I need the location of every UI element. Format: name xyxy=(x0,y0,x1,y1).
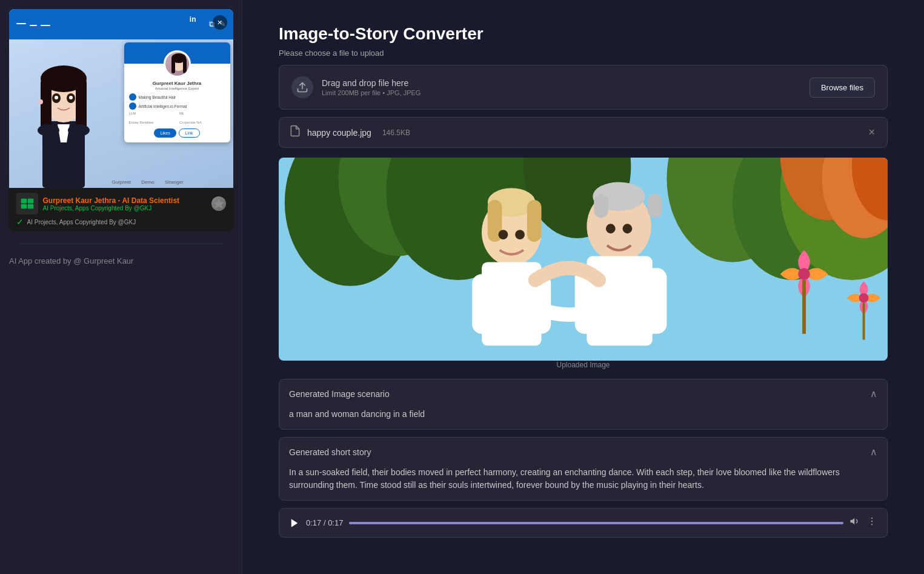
svg-rect-18 xyxy=(21,204,27,209)
copyright-text: AI Projects, Apps Copyrighted By @GKJ xyxy=(27,219,136,225)
file-info-left: happy couple.jpg 146.5KB xyxy=(289,125,410,140)
upload-text-block: Drag and drop file here Limit 200MB per … xyxy=(322,78,420,96)
profile-badge xyxy=(211,196,226,211)
linkedin-mini-card: Gurpreet Kaur Jethra Artuicial Intellige… xyxy=(124,42,230,142)
svg-rect-50 xyxy=(643,268,666,333)
sidebar-divider xyxy=(18,244,224,244)
story-chevron-icon: ∧ xyxy=(870,446,877,458)
svg-point-43 xyxy=(515,230,525,239)
upload-label: Please choose a file to upload xyxy=(279,48,888,58)
file-size: 146.5KB xyxy=(382,128,410,137)
linkedin-badge: in xyxy=(186,14,200,25)
scenario-header[interactable]: Generated Image scenario ∧ xyxy=(279,379,887,408)
svg-rect-17 xyxy=(21,199,27,203)
story-header[interactable]: Generated short story ∧ xyxy=(279,438,887,466)
upload-zone-left: Drag and drop file here Limit 200MB per … xyxy=(291,76,420,98)
profile-visual: ⧉ ✎ in xyxy=(9,9,233,188)
svg-rect-15 xyxy=(171,58,175,73)
svg-rect-16 xyxy=(183,58,187,73)
svg-point-9 xyxy=(69,96,73,99)
mini-card-name: Gurpreet Kaur Jethra xyxy=(124,81,230,86)
page-title: Image-to-Story Converter xyxy=(279,24,888,44)
svg-point-61 xyxy=(871,518,872,519)
svg-marker-59 xyxy=(291,519,298,527)
profile-footer-top: Gurpreet Kaur Jethra - AI Data Scientist… xyxy=(16,193,226,215)
svg-point-63 xyxy=(871,524,872,525)
svg-point-10 xyxy=(38,99,43,104)
svg-marker-21 xyxy=(213,198,225,209)
svg-rect-40 xyxy=(472,274,496,334)
volume-icon[interactable] xyxy=(849,516,860,530)
more-options-icon[interactable] xyxy=(866,516,877,530)
audio-player: 0:17 / 0:17 xyxy=(279,508,888,538)
remove-file-button[interactable]: × xyxy=(866,125,877,140)
uploaded-image-container xyxy=(279,158,888,361)
profile-card: × ⧉ ✎ in xyxy=(9,9,233,232)
character-figure xyxy=(15,36,112,188)
audio-time: 0:17 / 0:17 xyxy=(306,518,343,527)
svg-point-54 xyxy=(798,268,810,280)
profile-footer-icon xyxy=(16,193,38,215)
profile-footer-subtitle: AI Projects, Apps Copyrighted By @GKJ xyxy=(43,205,180,212)
browse-files-button[interactable]: Browse files xyxy=(809,78,875,98)
scenario-body: a man and woman dancing in a field xyxy=(279,408,887,429)
bottom-labels: Gurpreet Demo Stranger xyxy=(112,179,184,185)
likes-button[interactable]: Likes xyxy=(154,128,176,138)
svg-rect-38 xyxy=(527,200,542,242)
file-icon xyxy=(289,125,301,140)
drag-drop-text: Drag and drop file here xyxy=(322,78,420,88)
svg-point-11 xyxy=(38,124,59,136)
mini-card-title: Artuicial Intelligence Expert xyxy=(124,87,230,90)
main-content: Image-to-Story Converter Please choose a… xyxy=(242,0,924,574)
svg-rect-46 xyxy=(594,194,608,218)
image-caption: Uploaded Image xyxy=(279,361,888,369)
audio-progress-bar[interactable] xyxy=(349,522,843,524)
upload-icon xyxy=(291,76,313,98)
svg-rect-20 xyxy=(28,204,33,209)
svg-point-51 xyxy=(606,224,616,233)
svg-point-57 xyxy=(859,293,869,303)
scenario-section: Generated Image scenario ∧ a man and wom… xyxy=(279,379,888,430)
story-section: Generated short story ∧ In a sun-soaked … xyxy=(279,437,888,501)
check-icon: ✓ xyxy=(16,217,24,227)
file-limit-text: Limit 200MB per file • JPG, JPEG xyxy=(322,89,420,96)
svg-point-12 xyxy=(68,124,90,136)
link-button[interactable]: Link xyxy=(179,128,200,138)
scenario-chevron-icon: ∧ xyxy=(870,388,877,399)
audio-progress-fill xyxy=(349,522,843,524)
file-name: happy couple.jpg xyxy=(307,128,371,138)
close-button[interactable]: × xyxy=(213,15,227,30)
story-body: In a sun-soaked field, their bodies move… xyxy=(279,466,887,500)
creator-label: AI App created by @ Gurpreet Kaur xyxy=(0,256,242,265)
sidebar: × ⧉ ✎ in xyxy=(0,0,242,574)
svg-rect-47 xyxy=(648,194,662,218)
play-button[interactable] xyxy=(289,518,300,529)
profile-footer: Gurpreet Kaur Jethra - AI Data Scientist… xyxy=(9,188,233,232)
svg-marker-60 xyxy=(851,518,855,525)
profile-footer-text-block: Gurpreet Kaur Jethra - AI Data Scientist… xyxy=(43,196,180,212)
nav-icons xyxy=(16,23,50,26)
file-info-row: happy couple.jpg 146.5KB × xyxy=(279,117,888,148)
profile-copyright-row: ✓ AI Projects, Apps Copyrighted By @GKJ xyxy=(16,217,226,227)
svg-rect-5 xyxy=(76,78,87,132)
svg-point-52 xyxy=(623,224,633,233)
story-title: Generated short story xyxy=(289,447,371,457)
scenario-title: Generated Image scenario xyxy=(289,389,390,399)
svg-point-42 xyxy=(499,230,508,239)
svg-point-8 xyxy=(55,96,58,99)
profile-footer-name: Gurpreet Kaur Jethra - AI Data Scientist xyxy=(43,196,180,205)
upload-zone[interactable]: Drag and drop file here Limit 200MB per … xyxy=(279,65,888,110)
svg-point-62 xyxy=(871,521,872,522)
svg-rect-19 xyxy=(28,199,33,203)
svg-rect-4 xyxy=(41,78,52,132)
